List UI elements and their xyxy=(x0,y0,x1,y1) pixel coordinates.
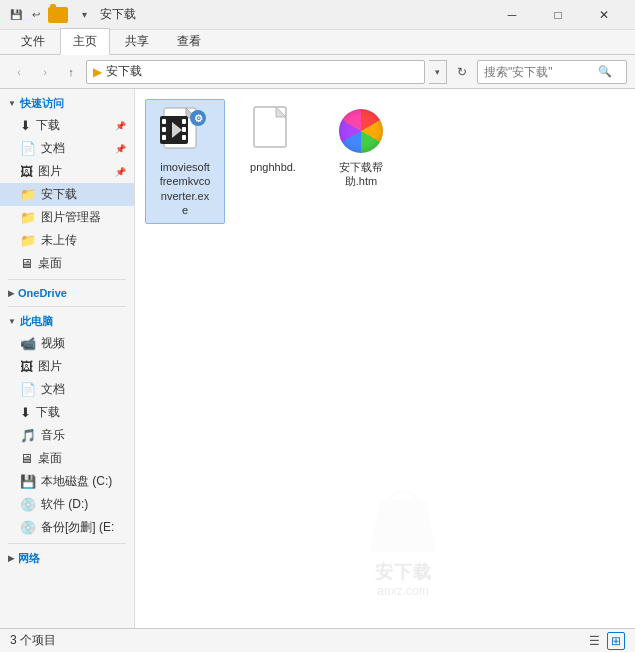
ribbon: 文件 主页 共享 查看 xyxy=(0,30,635,55)
status-count: 3 个项目 xyxy=(10,632,585,649)
pictures-icon: 🖼 xyxy=(20,164,33,179)
divider-2 xyxy=(8,306,126,307)
downloads-pc-icon: ⬇ xyxy=(20,405,31,420)
sidebar-item-download[interactable]: ⬇ 下载 📌 xyxy=(0,114,134,137)
sidebar-item-desktop-quick[interactable]: 🖥 桌面 xyxy=(0,252,134,275)
sidebar: ▼ 快速访问 ⬇ 下载 📌 📄 文档 📌 🖼 图片 📌 📁 安下载 📁 图片管理… xyxy=(0,89,135,628)
file-item-exe[interactable]: ⚙ imoviesoftfreemkvconverter.exe xyxy=(145,99,225,224)
exe-file-icon: ⚙ xyxy=(160,106,210,156)
network-label: 网络 xyxy=(18,551,40,566)
system-icon-undo: ↩ xyxy=(28,7,44,23)
view-list-button[interactable]: ☰ xyxy=(585,632,603,650)
address-dropdown[interactable]: ▾ xyxy=(429,60,447,84)
addressbar: ‹ › ↑ ▶ 安下载 ▾ ↻ 🔍 xyxy=(0,55,635,89)
drive-e-icon: 💿 xyxy=(20,520,36,535)
desktop-pc-icon: 🖥 xyxy=(20,451,33,466)
address-path[interactable]: ▶ 安下载 xyxy=(86,60,425,84)
drive-c-icon: 💾 xyxy=(20,474,36,489)
minimize-button[interactable]: ─ xyxy=(489,0,535,30)
system-icon-dropdown[interactable]: ▾ xyxy=(76,7,92,23)
main-area: ▼ 快速访问 ⬇ 下载 📌 📄 文档 📌 🖼 图片 📌 📁 安下载 📁 图片管理… xyxy=(0,89,635,628)
sidebar-item-documents[interactable]: 📄 文档 📌 xyxy=(0,137,134,160)
path-text: 安下载 xyxy=(106,63,142,80)
sidebar-item-pictures-pc[interactable]: 🖼 图片 xyxy=(0,355,134,378)
htm-file-icon xyxy=(336,106,386,156)
sidebar-item-pic-manager[interactable]: 📁 图片管理器 xyxy=(0,206,134,229)
sidebar-item-music[interactable]: 🎵 音乐 xyxy=(0,424,134,447)
sidebar-item-drive-c[interactable]: 💾 本地磁盘 (C:) xyxy=(0,470,134,493)
htm-file-label: 安下载帮助.htm xyxy=(339,160,383,189)
svg-text:⚙: ⚙ xyxy=(194,113,203,124)
file-item-png[interactable]: pnghhbd. xyxy=(233,99,313,224)
sidebar-item-videos[interactable]: 📹 视频 xyxy=(0,332,134,355)
quick-access-label: 快速访问 xyxy=(20,96,64,111)
svg-rect-7 xyxy=(182,119,186,124)
divider-3 xyxy=(8,543,126,544)
sidebar-item-documents-pc[interactable]: 📄 文档 xyxy=(0,378,134,401)
statusbar: 3 个项目 ☰ ⊞ xyxy=(0,628,635,652)
ribbon-tabs: 文件 主页 共享 查看 xyxy=(0,30,635,54)
pin-icon: 📌 xyxy=(115,121,126,131)
thispc-chevron: ▼ xyxy=(8,317,16,326)
download-icon: ⬇ xyxy=(20,118,31,133)
sidebar-item-drive-e[interactable]: 💿 备份[勿删] (E: xyxy=(0,516,134,539)
pin-icon-2: 📌 xyxy=(115,144,126,154)
exe-file-label: imoviesoftfreemkvconverter.exe xyxy=(160,160,211,217)
colorball-icon xyxy=(339,109,383,153)
desktop-quick-icon: 🖥 xyxy=(20,256,33,271)
tab-share[interactable]: 共享 xyxy=(112,28,162,54)
network-chevron: ▶ xyxy=(8,554,14,563)
sidebar-item-drive-d[interactable]: 💿 软件 (D:) xyxy=(0,493,134,516)
pictures-pc-icon: 🖼 xyxy=(20,359,33,374)
path-folder-icon: ▶ xyxy=(93,65,102,79)
thispc-label: 此电脑 xyxy=(20,314,53,329)
maximize-button[interactable]: □ xyxy=(535,0,581,30)
search-input[interactable] xyxy=(484,65,594,79)
sidebar-section-network[interactable]: ▶ 网络 xyxy=(0,548,134,569)
sidebar-section-onedrive[interactable]: ▶ OneDrive xyxy=(0,284,134,302)
music-icon: 🎵 xyxy=(20,428,36,443)
close-button[interactable]: ✕ xyxy=(581,0,627,30)
refresh-button[interactable]: ↻ xyxy=(451,61,473,83)
titlebar: 💾 ↩ ▾ 安下载 ─ □ ✕ xyxy=(0,0,635,30)
titlebar-controls: ─ □ ✕ xyxy=(489,0,627,30)
forward-button[interactable]: › xyxy=(34,61,56,83)
sidebar-item-pictures[interactable]: 🖼 图片 📌 xyxy=(0,160,134,183)
onedrive-label: OneDrive xyxy=(18,287,67,299)
search-box[interactable]: 🔍 xyxy=(477,60,627,84)
divider-1 xyxy=(8,279,126,280)
sidebar-item-not-uploaded[interactable]: 📁 未上传 xyxy=(0,229,134,252)
tab-view[interactable]: 查看 xyxy=(164,28,214,54)
svg-rect-5 xyxy=(162,127,166,132)
videos-icon: 📹 xyxy=(20,336,36,351)
documents-pc-icon: 📄 xyxy=(20,382,36,397)
tab-home[interactable]: 主页 xyxy=(60,28,110,55)
view-grid-button[interactable]: ⊞ xyxy=(607,632,625,650)
tab-file[interactable]: 文件 xyxy=(8,28,58,54)
file-grid: ⚙ imoviesoftfreemkvconverter.exe pngh xyxy=(135,89,635,628)
sidebar-item-downloads-pc[interactable]: ⬇ 下载 xyxy=(0,401,134,424)
svg-rect-4 xyxy=(162,119,166,124)
sidebar-item-desktop-pc[interactable]: 🖥 桌面 xyxy=(0,447,134,470)
file-item-htm[interactable]: 安下载帮助.htm xyxy=(321,99,401,224)
sidebar-item-anxiazai[interactable]: 📁 安下载 xyxy=(0,183,134,206)
system-icon-save: 💾 xyxy=(8,7,24,23)
sidebar-section-thispc[interactable]: ▼ 此电脑 xyxy=(0,311,134,332)
sidebar-section-quick-access[interactable]: ▼ 快速访问 xyxy=(0,93,134,114)
content-area: ⚙ imoviesoftfreemkvconverter.exe pngh xyxy=(135,89,635,628)
quick-access-chevron: ▼ xyxy=(8,99,16,108)
drive-d-icon: 💿 xyxy=(20,497,36,512)
png-file-icon xyxy=(248,106,298,156)
pic-manager-icon: 📁 xyxy=(20,210,36,225)
search-icon[interactable]: 🔍 xyxy=(598,65,612,78)
svg-rect-9 xyxy=(182,135,186,140)
titlebar-title: 安下载 xyxy=(100,6,489,23)
svg-rect-8 xyxy=(182,127,186,132)
svg-rect-6 xyxy=(162,135,166,140)
png-file-label: pnghhbd. xyxy=(250,160,296,174)
back-button[interactable]: ‹ xyxy=(8,61,30,83)
onedrive-chevron: ▶ xyxy=(8,289,14,298)
titlebar-folder-icon xyxy=(48,7,68,23)
up-button[interactable]: ↑ xyxy=(60,61,82,83)
anxiazai-folder-icon: 📁 xyxy=(20,187,36,202)
